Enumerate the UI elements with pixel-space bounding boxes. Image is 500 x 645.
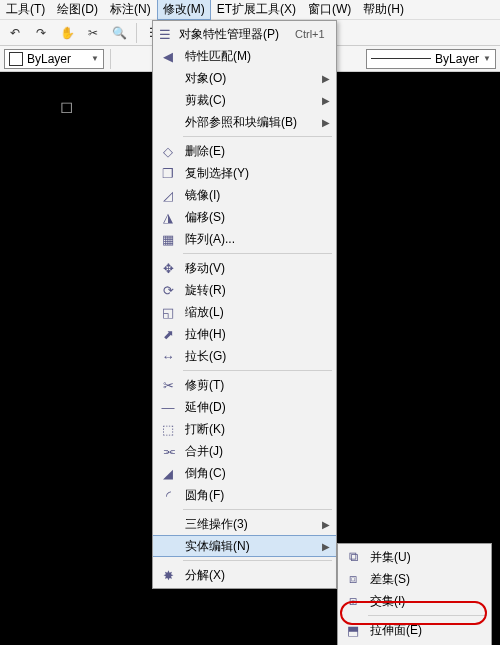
modify-menu-item-15[interactable]: ⬈拉伸(H): [153, 323, 336, 345]
modify-menu-item-14[interactable]: ◱缩放(L): [153, 301, 336, 323]
blank-icon: [159, 69, 177, 87]
modify-menu-item-28[interactable]: ✸分解(X): [153, 564, 336, 586]
modify-menu: ☰对象特性管理器(P)Ctrl+1◀特性匹配(M)对象(O)▶剪裁(C)▶外部参…: [152, 20, 337, 589]
menu-item-label: 偏移(S): [185, 209, 318, 226]
menu-item-label: 阵列(A)...: [185, 231, 318, 248]
modify-menu-item-16[interactable]: ↔拉长(G): [153, 345, 336, 367]
explode-icon: ✸: [159, 566, 177, 584]
modify-menu-item-12[interactable]: ✥移动(V): [153, 257, 336, 279]
stretch-icon: ⬈: [159, 325, 177, 343]
menu-separator: [368, 615, 487, 616]
menu-item-label: 对象(O): [185, 70, 318, 87]
modify-menu-item-19[interactable]: —延伸(D): [153, 396, 336, 418]
solidedit-menu-item-4[interactable]: ⬒拉伸面(E): [338, 619, 491, 641]
color-swatch: [9, 52, 23, 66]
menu-item-label: 移动(V): [185, 260, 318, 277]
modify-menu-item-1[interactable]: ◀特性匹配(M): [153, 45, 336, 67]
menu-item-label: 圆角(F): [185, 487, 318, 504]
menu-modify[interactable]: 修改(M): [157, 0, 211, 20]
submenu-arrow-icon: ▶: [322, 541, 330, 552]
modify-menu-item-21[interactable]: ⫘合并(J): [153, 440, 336, 462]
modify-menu-item-23[interactable]: ◜圆角(F): [153, 484, 336, 506]
modify-menu-item-25[interactable]: 三维操作(3)▶: [153, 513, 336, 535]
modify-menu-item-2[interactable]: 对象(O)▶: [153, 67, 336, 89]
menu-item-label: 旋转(R): [185, 282, 318, 299]
toolbar-separator: [136, 23, 137, 43]
menu-separator: [183, 560, 332, 561]
menu-separator: [183, 370, 332, 371]
menu-window[interactable]: 窗口(W): [302, 0, 357, 20]
modify-menu-item-18[interactable]: ✂修剪(T): [153, 374, 336, 396]
undo-button[interactable]: ↶: [4, 22, 26, 44]
break-icon: ⬚: [159, 420, 177, 438]
chevron-down-icon: ▼: [483, 54, 491, 63]
cut-button[interactable]: ✂: [82, 22, 104, 44]
modify-menu-item-7[interactable]: ❐复制选择(Y): [153, 162, 336, 184]
linetype-label: ByLayer: [435, 52, 479, 66]
modify-menu-item-0[interactable]: ☰对象特性管理器(P)Ctrl+1: [153, 23, 336, 45]
menu-item-label: 打断(K): [185, 421, 318, 438]
pan-button[interactable]: ✋: [56, 22, 78, 44]
solidedit-menu-item-2[interactable]: ⧇交集(I): [338, 590, 491, 612]
menu-item-label: 拉伸(H): [185, 326, 318, 343]
submenu-arrow-icon: ▶: [322, 95, 330, 106]
offset-icon: ◮: [159, 208, 177, 226]
solidedit-menu-item-5[interactable]: ⬓移动面(M): [338, 641, 491, 645]
extend-icon: —: [159, 398, 177, 416]
erase-icon: ◇: [159, 142, 177, 160]
solid-edit-submenu: ⧉并集(U)⧈差集(S)⧇交集(I)⬒拉伸面(E)⬓移动面(M)⬔偏移面(O): [337, 543, 492, 645]
linetype-preview: [371, 58, 431, 59]
menu-item-label: 对象特性管理器(P): [179, 26, 279, 43]
intersect-icon: ⧇: [344, 592, 362, 610]
modify-menu-item-6[interactable]: ◇删除(E): [153, 140, 336, 162]
menu-item-label: 复制选择(Y): [185, 165, 318, 182]
submenu-arrow-icon: ▶: [322, 73, 330, 84]
blank-icon: [159, 515, 177, 533]
menu-separator: [183, 253, 332, 254]
submenu-arrow-icon: ▶: [322, 519, 330, 530]
modify-menu-item-4[interactable]: 外部参照和块编辑(B)▶: [153, 111, 336, 133]
menubar: 工具(T) 绘图(D) 标注(N) 修改(M) ET扩展工具(X) 窗口(W) …: [0, 0, 500, 20]
menu-item-label: 镜像(I): [185, 187, 318, 204]
lengthen-icon: ↔: [159, 347, 177, 365]
modify-menu-item-13[interactable]: ⟳旋转(R): [153, 279, 336, 301]
color-label: ByLayer: [27, 52, 71, 66]
linetype-combo[interactable]: ByLayer ▼: [366, 49, 496, 69]
modify-menu-item-10[interactable]: ▦阵列(A)...: [153, 228, 336, 250]
ucs-icon: ◻: [60, 97, 73, 116]
solidedit-menu-item-1[interactable]: ⧈差集(S): [338, 568, 491, 590]
menu-separator: [183, 509, 332, 510]
modify-menu-item-26[interactable]: 实体编辑(N)▶: [153, 535, 336, 557]
fillet-icon: ◜: [159, 486, 177, 504]
redo-button[interactable]: ↷: [30, 22, 52, 44]
modify-menu-item-22[interactable]: ◢倒角(C): [153, 462, 336, 484]
menu-item-label: 外部参照和块编辑(B): [185, 114, 318, 131]
modify-menu-item-20[interactable]: ⬚打断(K): [153, 418, 336, 440]
props-icon: ☰: [159, 25, 171, 43]
modify-menu-item-8[interactable]: ◿镜像(I): [153, 184, 336, 206]
menu-et-tools[interactable]: ET扩展工具(X): [211, 0, 302, 20]
menu-item-label: 拉长(G): [185, 348, 318, 365]
union-icon: ⧉: [344, 548, 362, 566]
menu-dimension[interactable]: 标注(N): [104, 0, 157, 20]
menu-tools[interactable]: 工具(T): [0, 0, 51, 20]
menu-help[interactable]: 帮助(H): [357, 0, 410, 20]
modify-menu-item-3[interactable]: 剪裁(C)▶: [153, 89, 336, 111]
subtract-icon: ⧈: [344, 570, 362, 588]
chevron-down-icon: ▼: [91, 54, 99, 63]
solidedit-menu-item-0[interactable]: ⧉并集(U): [338, 546, 491, 568]
match-icon: ◀: [159, 47, 177, 65]
scale-icon: ◱: [159, 303, 177, 321]
move-icon: ✥: [159, 259, 177, 277]
menu-draw[interactable]: 绘图(D): [51, 0, 104, 20]
zoom-button[interactable]: 🔍: [108, 22, 130, 44]
menu-item-label: 倒角(C): [185, 465, 318, 482]
menu-item-label: 特性匹配(M): [185, 48, 318, 65]
copy-icon: ❐: [159, 164, 177, 182]
menu-item-shortcut: Ctrl+1: [295, 28, 325, 40]
modify-menu-item-9[interactable]: ◮偏移(S): [153, 206, 336, 228]
submenu-arrow-icon: ▶: [322, 117, 330, 128]
menu-item-label: 分解(X): [185, 567, 318, 584]
menu-item-label: 缩放(L): [185, 304, 318, 321]
color-combo[interactable]: ByLayer ▼: [4, 49, 104, 69]
